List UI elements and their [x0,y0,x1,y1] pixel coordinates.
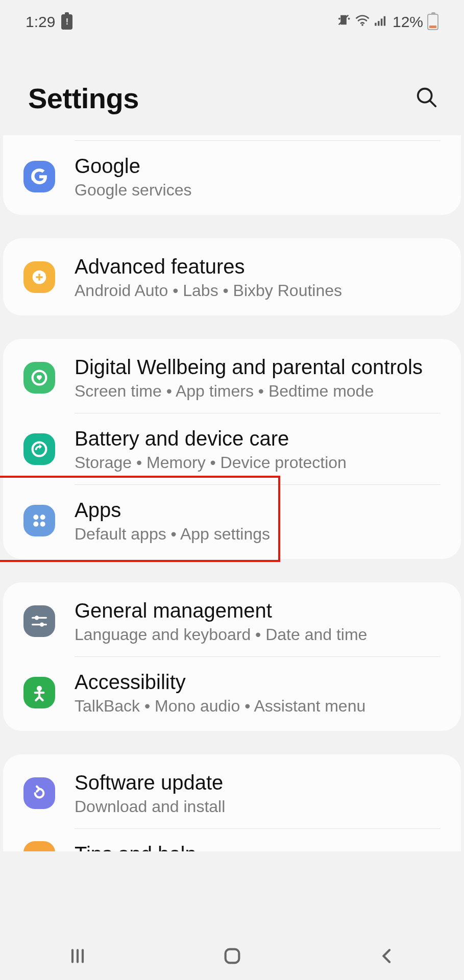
item-title: Battery and device care [75,426,441,451]
item-subtitle: Screen time • App timers • Bedtime mode [75,382,441,401]
back-button[interactable] [377,946,397,968]
item-title: Tips and help [75,841,441,851]
svg-point-20 [40,622,44,626]
svg-rect-29 [225,949,239,963]
svg-rect-4 [381,18,383,26]
status-bar: 1:29 ! 12% [0,0,464,36]
svg-line-7 [430,100,436,106]
battery-icon [23,433,55,465]
item-title: Advanced features [75,254,441,279]
battery-percent: 12% [393,13,423,31]
svg-point-13 [33,514,38,520]
item-title: Accessibility [75,669,441,695]
item-subtitle: Google services [75,181,441,200]
svg-point-1 [361,23,363,26]
settings-group: General managementLanguage and keyboard … [3,582,461,731]
general-icon [23,605,55,637]
settings-item-battery[interactable]: Battery and device careStorage • Memory … [3,413,461,484]
item-title: Google [75,153,441,179]
page-title: Settings [28,82,139,115]
settings-item-advanced[interactable]: Advanced featuresAndroid Auto • Labs • B… [3,241,461,312]
settings-item-tips[interactable]: Tips and help [3,829,461,851]
wellbeing-icon [23,362,55,394]
settings-item-wellbeing[interactable]: Digital Wellbeing and parental controlsS… [3,342,461,413]
settings-group: GoogleGoogle services [3,135,461,215]
vibrate-off-icon [336,13,351,31]
advanced-icon [23,261,55,293]
navigation-bar [0,934,464,980]
item-title: Software update [75,770,441,795]
item-subtitle: Default apps • App settings [75,525,441,544]
item-title: Apps [75,497,441,523]
item-subtitle: TalkBack • Mono audio • Assistant menu [75,697,441,716]
settings-item-update[interactable]: Software updateDownload and install [3,757,461,828]
svg-rect-2 [375,22,377,26]
item-title: Digital Wellbeing and parental controls [75,354,441,380]
search-icon[interactable] [415,86,438,111]
settings-item-google[interactable]: GoogleGoogle services [3,141,461,212]
wifi-icon [355,13,370,31]
settings-item-general[interactable]: General managementLanguage and keyboard … [3,585,461,656]
battery-alert-icon: ! [61,14,72,30]
status-time: 1:29 [26,13,55,31]
svg-point-14 [40,514,45,520]
item-subtitle: Android Auto • Labs • Bixby Routines [75,281,441,300]
settings-group: Digital Wellbeing and parental controlsS… [3,339,461,559]
settings-group: Software updateDownload and installTips … [3,754,461,851]
item-subtitle: Storage • Memory • Device protection [75,453,441,472]
settings-group: Advanced featuresAndroid Auto • Labs • B… [3,238,461,315]
svg-point-18 [35,616,39,620]
settings-item-apps[interactable]: AppsDefault apps • App settings [3,485,461,556]
svg-rect-10 [36,276,42,278]
battery-icon [427,14,438,30]
recents-button[interactable] [67,946,88,968]
item-subtitle: Download and install [75,797,441,816]
signal-icon [374,13,388,31]
google-icon [23,161,55,192]
svg-line-25 [39,697,43,700]
settings-item-accessibility[interactable]: AccessibilityTalkBack • Mono audio • Ass… [3,657,461,728]
svg-rect-5 [384,16,386,26]
apps-icon [23,505,55,536]
item-subtitle: Language and keyboard • Date and time [75,625,441,644]
svg-point-16 [40,521,45,526]
tips-icon [23,841,55,851]
accessibility-icon [23,677,55,708]
svg-point-15 [33,521,38,526]
item-title: General management [75,598,441,623]
home-button[interactable] [222,946,242,968]
update-icon [23,777,55,809]
svg-rect-3 [378,21,380,26]
header: Settings [0,36,464,135]
